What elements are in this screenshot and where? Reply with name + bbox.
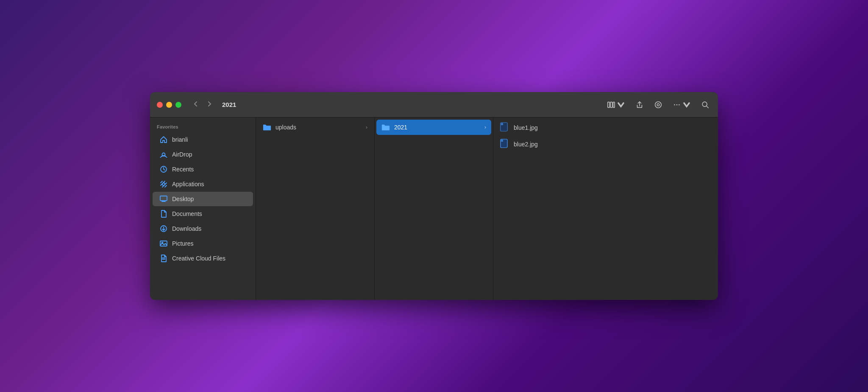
column-1: uploads › (256, 118, 375, 300)
nav-buttons (190, 98, 215, 111)
sidebar-item-desktop[interactable]: Desktop (153, 192, 253, 206)
sidebar-item-downloads[interactable]: Downloads (153, 221, 253, 236)
svg-point-4 (657, 104, 659, 106)
desktop-icon (159, 195, 168, 203)
chevron-right-icon-2021: › (484, 124, 486, 130)
jpg-file-icon-blue2 (500, 140, 509, 149)
sidebar-label-brianli: brianli (172, 136, 188, 143)
file-blue2[interactable]: blue2.jpg (495, 136, 716, 152)
folder-icon (263, 123, 271, 132)
sidebar-label-recents: Recents (172, 166, 194, 173)
svg-line-15 (165, 185, 167, 187)
sidebar-item-applications[interactable]: Applications (153, 177, 253, 191)
main-area: Favorites brianli AirDrop (150, 118, 718, 300)
svg-rect-0 (608, 102, 610, 107)
sidebar-label-airdrop: AirDrop (172, 151, 192, 158)
folder-2021[interactable]: 2021 › (376, 120, 491, 135)
file-blue2-label: blue2.jpg (514, 141, 538, 148)
sidebar-label-documents: Documents (172, 210, 202, 217)
column-3: blue1.jpg blue2.jpg (493, 118, 718, 300)
svg-line-12 (161, 181, 162, 183)
apps-icon (159, 180, 168, 188)
svg-point-5 (674, 104, 675, 105)
close-button[interactable] (157, 102, 163, 108)
file-blue1[interactable]: blue1.jpg (495, 120, 716, 136)
folder-uploads[interactable]: uploads › (258, 120, 373, 135)
sidebar: Favorites brianli AirDrop (150, 118, 256, 300)
sidebar-item-brianli[interactable]: brianli (153, 132, 253, 147)
folder-uploads-label: uploads (275, 124, 296, 131)
file-blue1-label: blue1.jpg (514, 124, 538, 131)
svg-line-9 (707, 106, 709, 108)
search-button[interactable] (699, 99, 711, 111)
svg-point-16 (162, 183, 165, 185)
folder-icon-2021 (381, 123, 390, 132)
forward-button[interactable] (203, 98, 215, 111)
sidebar-label-creativecloud: Creative Cloud Files (172, 255, 225, 262)
svg-rect-2 (613, 102, 615, 107)
sidebar-label-desktop: Desktop (172, 196, 194, 202)
columns-area: uploads › 2021 › (256, 118, 718, 300)
downloads-icon (159, 224, 168, 233)
airdrop-icon (159, 150, 168, 159)
svg-point-6 (676, 104, 678, 105)
document-icon (159, 210, 168, 218)
back-button[interactable] (190, 98, 202, 111)
tag-button[interactable] (652, 99, 664, 111)
sidebar-item-creativecloud[interactable]: Creative Cloud Files (153, 251, 253, 266)
traffic-lights (157, 102, 181, 108)
minimize-button[interactable] (166, 102, 172, 108)
svg-point-3 (655, 101, 662, 108)
clock-icon (159, 165, 168, 174)
svg-rect-17 (160, 196, 167, 201)
view-columns-button[interactable] (605, 99, 627, 111)
window-title: 2021 (222, 101, 236, 108)
toolbar-actions (605, 99, 711, 111)
sidebar-label-pictures: Pictures (172, 240, 194, 247)
svg-rect-28 (501, 123, 503, 125)
creativecloud-icon (159, 254, 168, 263)
sidebar-item-airdrop[interactable]: AirDrop (153, 147, 253, 162)
svg-rect-30 (501, 140, 503, 142)
share-button[interactable] (634, 99, 645, 111)
folder-2021-label: 2021 (394, 124, 407, 131)
sidebar-label-downloads: Downloads (172, 225, 201, 232)
sidebar-item-recents[interactable]: Recents (153, 162, 253, 176)
sidebar-item-pictures[interactable]: Pictures (153, 236, 253, 251)
home-icon (159, 135, 168, 144)
column-2: 2021 › (375, 118, 493, 300)
sidebar-section-favorites: Favorites (150, 123, 256, 132)
sidebar-label-applications: Applications (172, 181, 204, 188)
finder-window: 2021 (150, 92, 718, 300)
svg-rect-1 (610, 102, 612, 107)
svg-rect-22 (160, 241, 167, 246)
svg-point-7 (679, 104, 680, 105)
chevron-right-icon: › (366, 124, 367, 130)
toolbar: 2021 (150, 92, 718, 118)
jpg-file-icon-blue1 (500, 123, 509, 132)
maximize-button[interactable] (175, 102, 181, 108)
more-button[interactable] (671, 99, 693, 111)
sidebar-item-documents[interactable]: Documents (153, 207, 253, 221)
pictures-icon (159, 239, 168, 248)
